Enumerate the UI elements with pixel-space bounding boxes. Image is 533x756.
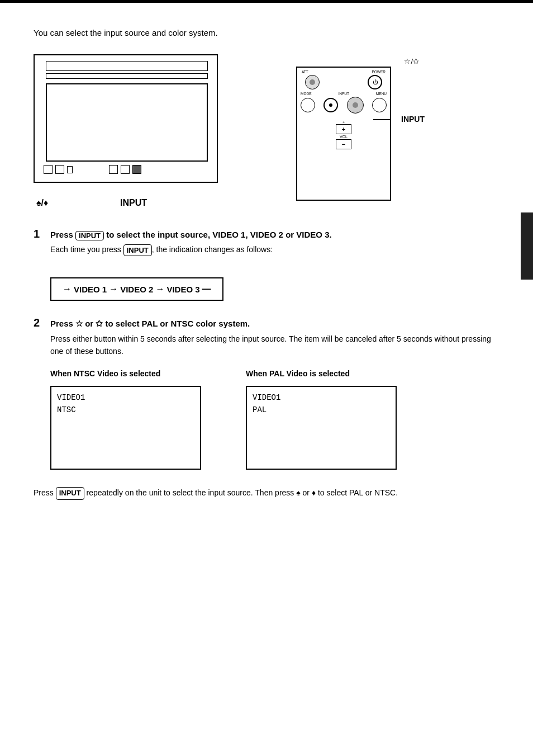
- diagram-area: ♠/♦ INPUT ☆/✩ ATT POWER ⏻: [34, 54, 499, 211]
- step1-input-badge: INPUT: [75, 231, 104, 240]
- remote-vol-plus-btn[interactable]: +: [336, 124, 351, 134]
- step1-number: 1: [34, 228, 45, 240]
- flow-arrow-end: —: [202, 284, 211, 294]
- monitor-updown-label: ♠/♦: [36, 198, 48, 208]
- remote-power-label-top: POWER: [372, 70, 386, 74]
- pal-screen: VIDEO1 PAL: [246, 386, 397, 470]
- monitor-top-bar1: [46, 61, 208, 71]
- ntsc-line1: VIDEO1: [57, 393, 85, 402]
- remote-body: ATT POWER ⏻ MODE INPUT MENU: [296, 67, 391, 201]
- remote-updown-label: ☆/✩: [404, 57, 419, 65]
- ctrl-btn-1: [44, 165, 53, 174]
- monitor-diagram: ♠/♦ INPUT: [34, 54, 235, 205]
- ntsc-screen: VIDEO1 NTSC: [50, 386, 201, 470]
- ctrl-btn-4: [109, 165, 118, 174]
- remote-vol-plus-label: +: [342, 120, 345, 124]
- step2-title: Press ☆ or ✩ to select PAL or NTSC color…: [50, 319, 250, 329]
- remote-power-btn[interactable]: ⏻: [368, 75, 382, 89]
- step2-body: Press either button within 5 seconds aft…: [50, 333, 499, 358]
- video-flow: → VIDEO 1 → VIDEO 2 → VIDEO 3 —: [50, 277, 223, 301]
- pal-title: When PAL Video is selected: [246, 369, 397, 378]
- flow-arrow-1: →: [109, 284, 118, 294]
- step1-header: 1 Press INPUT to select the input source…: [34, 228, 499, 240]
- remote-diagram: ☆/✩ ATT POWER ⏻ MODE I: [268, 54, 425, 211]
- pal-line2: PAL: [253, 405, 266, 414]
- remote-input-arrow-label: INPUT: [401, 115, 425, 124]
- video-examples: When NTSC Video is selected VIDEO1 NTSC …: [50, 369, 499, 470]
- monitor-top-bar2: [46, 73, 208, 79]
- remote-menu-btn[interactable]: [372, 98, 387, 112]
- intro-text: You can select the input source and colo…: [34, 28, 499, 37]
- remote-att-label: ATT: [302, 70, 308, 74]
- step2: 2 Press ☆ or ✩ to select PAL or NTSC col…: [34, 316, 499, 358]
- remote-joystick-mid[interactable]: [347, 97, 364, 114]
- step1-body: Each time you press INPUT, the indicatio…: [50, 244, 499, 256]
- remote-input-arrow-line: [373, 119, 390, 120]
- top-border: [0, 0, 533, 3]
- note-text: Press INPUT repeatedly on the unit to se…: [34, 486, 499, 500]
- remote-vol-minus-btn[interactable]: −: [336, 139, 351, 149]
- ctrl-btn-2: [55, 165, 64, 174]
- ctrl-btn-6: [132, 165, 141, 174]
- remote-joystick-top: [305, 75, 320, 89]
- video-flow-item-1: VIDEO 1: [74, 285, 107, 294]
- video-flow-item-3: VIDEO 3: [166, 285, 199, 294]
- ntsc-example: When NTSC Video is selected VIDEO1 NTSC: [50, 369, 201, 470]
- step1: 1 Press INPUT to select the input source…: [34, 228, 499, 256]
- remote-menu-label: MENU: [376, 92, 387, 96]
- ctrl-btn-3: [67, 166, 73, 173]
- remote-vol-text: VOL: [340, 135, 348, 139]
- pal-example: When PAL Video is selected VIDEO1 PAL: [246, 369, 397, 470]
- right-tab: [521, 212, 533, 280]
- remote-input-label-inner: INPUT: [338, 92, 349, 96]
- monitor-outer: [34, 54, 218, 183]
- step1-title: Press INPUT to select the input source, …: [50, 230, 332, 240]
- remote-input-btn[interactable]: [323, 98, 338, 112]
- remote-mode-label: MODE: [301, 92, 312, 96]
- monitor-input-label: INPUT: [120, 198, 147, 208]
- note-badge: INPUT: [56, 487, 84, 500]
- flow-arrow-start: →: [63, 284, 72, 294]
- flow-arrow-2: →: [155, 284, 164, 294]
- step1-body-badge: INPUT: [123, 244, 152, 257]
- pal-line1: VIDEO1: [253, 393, 280, 402]
- ntsc-line2: NTSC: [57, 405, 76, 414]
- ntsc-title: When NTSC Video is selected: [50, 369, 201, 378]
- note-section: Press INPUT repeatedly on the unit to se…: [34, 486, 499, 500]
- monitor-screen: [46, 83, 208, 162]
- step2-header: 2 Press ☆ or ✩ to select PAL or NTSC col…: [34, 316, 499, 329]
- ctrl-btn-5: [121, 165, 130, 174]
- video-flow-item-2: VIDEO 2: [120, 285, 153, 294]
- step2-number: 2: [34, 316, 45, 329]
- remote-mode-btn[interactable]: [301, 98, 315, 112]
